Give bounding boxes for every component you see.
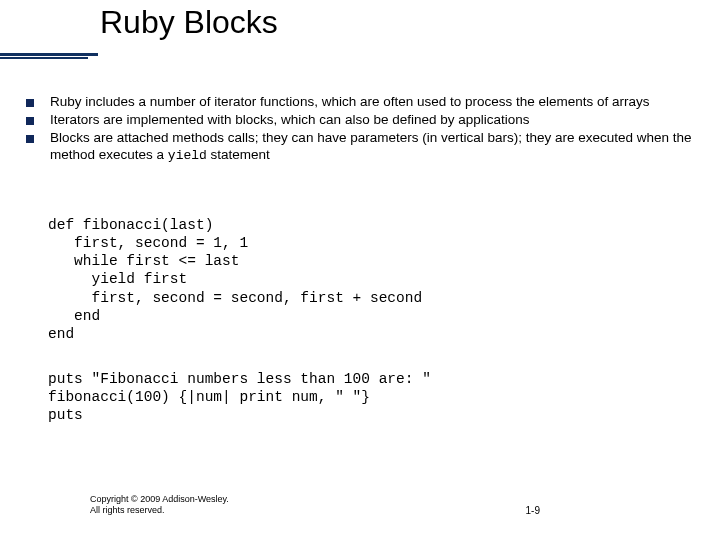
- bullet-item: Ruby includes a number of iterator funct…: [26, 94, 694, 111]
- title-rule: [0, 53, 98, 56]
- square-bullet-icon: [26, 99, 34, 107]
- bullet-text: Blocks are attached methods calls; they …: [50, 130, 694, 164]
- bullet-text: Ruby includes a number of iterator funct…: [50, 94, 694, 111]
- code-block-fibonacci-call: puts "Fibonacci numbers less than 100 ar…: [48, 370, 688, 424]
- code-block-fibonacci-def: def fibonacci(last) first, second = 1, 1…: [48, 216, 688, 343]
- bullet-item: Iterators are implemented with blocks, w…: [26, 112, 694, 129]
- bullet-text: Iterators are implemented with blocks, w…: [50, 112, 694, 129]
- bullet-item: Blocks are attached methods calls; they …: [26, 130, 694, 164]
- slide-title: Ruby Blocks: [100, 4, 278, 41]
- square-bullet-icon: [26, 135, 34, 143]
- square-bullet-icon: [26, 117, 34, 125]
- slide-footer: Copyright © 2009 Addison-Wesley. All rig…: [90, 494, 630, 516]
- bullet-text-post: statement: [207, 147, 270, 162]
- copyright-text: Copyright © 2009 Addison-Wesley. All rig…: [90, 494, 240, 516]
- page-number: 1-9: [526, 505, 540, 516]
- bullet-text-pre: Blocks are attached methods calls; they …: [50, 130, 692, 162]
- slide: Ruby Blocks Ruby includes a number of it…: [0, 0, 720, 540]
- inline-code: yield: [168, 148, 207, 163]
- title-rule-shadow: [0, 57, 88, 59]
- bullet-list: Ruby includes a number of iterator funct…: [26, 94, 694, 165]
